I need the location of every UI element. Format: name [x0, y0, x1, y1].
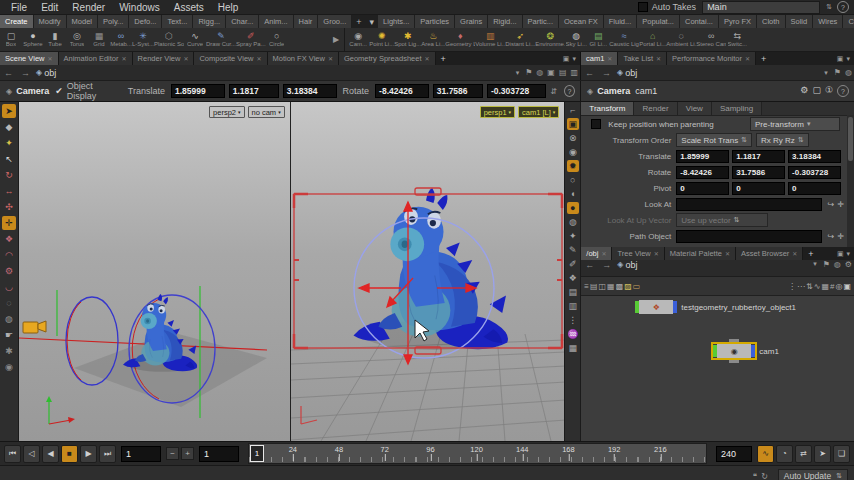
- pane-tab[interactable]: /obj✕: [581, 247, 612, 260]
- new-pane-tab-icon-2[interactable]: +: [756, 52, 771, 65]
- grab-tool[interactable]: ☛: [2, 328, 16, 342]
- ghost-objects-icon[interactable]: ◖: [567, 188, 579, 200]
- ry-field[interactable]: 31.7586: [732, 166, 785, 179]
- rotate-z-field[interactable]: -0.303728: [487, 84, 546, 98]
- viewport-help-icon[interactable]: ?: [564, 85, 575, 97]
- play-button[interactable]: ▶: [80, 445, 97, 463]
- close-tab-icon[interactable]: ✕: [607, 55, 612, 62]
- shelf-tab[interactable]: Rigid...: [488, 15, 522, 28]
- guides-icon[interactable]: ⋮: [567, 314, 579, 326]
- wireframe-icon[interactable]: ◍: [567, 216, 579, 228]
- tool-gi-light[interactable]: ▤GI Li...: [587, 28, 609, 51]
- tz-field[interactable]: 3.18384: [788, 150, 841, 163]
- shelf-tab[interactable]: Hair: [294, 15, 319, 28]
- tool-caustic-light[interactable]: ≈Caustic Lig...: [609, 28, 639, 51]
- pane-tab[interactable]: Performance Monitor✕: [667, 52, 756, 65]
- view-tool[interactable]: ➤: [2, 104, 16, 118]
- tool-portal-light[interactable]: ⌂Portal Li...: [639, 28, 666, 51]
- tool-grid[interactable]: ▦Grid: [88, 28, 110, 51]
- lock-camera-icon[interactable]: ◉: [567, 146, 579, 158]
- param-tab[interactable]: View: [678, 102, 712, 115]
- net-netbox-icon[interactable]: ▭: [633, 282, 641, 291]
- playbar-menu-button[interactable]: ❏: [833, 445, 850, 463]
- pane-tab[interactable]: Motion FX View✕: [268, 52, 339, 65]
- rotate-tool[interactable]: ↻: [2, 168, 16, 182]
- render-flag[interactable]: [673, 301, 677, 313]
- world-space-tool[interactable]: ◍: [2, 312, 16, 326]
- look-at-pick-icon[interactable]: ✛: [837, 200, 844, 209]
- close-tab-icon[interactable]: ✕: [183, 55, 188, 62]
- tool-spray-paint[interactable]: ✐Spray Pa...: [236, 28, 266, 51]
- nav-forward-icon-2[interactable]: →: [598, 68, 615, 78]
- tool-sky-light[interactable]: ◍Sky Li...: [565, 28, 587, 51]
- shelf-tab[interactable]: Text...: [162, 15, 193, 28]
- net-list-icon[interactable]: ≡: [584, 282, 589, 291]
- shelf-tab[interactable]: Lights...: [378, 15, 415, 28]
- frame-decrement-button[interactable]: −: [166, 447, 179, 460]
- node-cam1[interactable]: ◉ cam1: [713, 344, 779, 358]
- pivot-x-field[interactable]: 0: [676, 182, 729, 195]
- tool-tube[interactable]: ▮Tube: [44, 28, 66, 51]
- pin-flag-icon[interactable]: ⚑: [523, 68, 534, 77]
- move-tool[interactable]: ↖: [2, 152, 16, 166]
- net-pane-menu-icon[interactable]: ▾: [847, 250, 851, 258]
- shelf-tab[interactable]: Wires: [813, 15, 843, 28]
- pane-tab[interactable]: Scene View✕: [0, 52, 59, 65]
- stop-button[interactable]: ■: [61, 445, 78, 463]
- shelf-tab[interactable]: Pyro FX: [719, 15, 757, 28]
- go-end-button[interactable]: ⏭: [99, 445, 116, 463]
- param-tab[interactable]: Render: [634, 102, 677, 115]
- rx-field[interactable]: -8.42426: [676, 166, 729, 179]
- ik-tool[interactable]: ⚙: [2, 264, 16, 278]
- pane-tab[interactable]: Take List✕: [618, 52, 667, 65]
- rz-field[interactable]: -0.303728: [788, 166, 841, 179]
- node-label-2[interactable]: cam1: [759, 347, 779, 356]
- pane-tab[interactable]: Render View✕: [133, 52, 195, 65]
- help-icon[interactable]: ?: [837, 1, 849, 13]
- new-pane-tab-icon[interactable]: +: [436, 52, 451, 65]
- loop-mode-button[interactable]: ⇄: [795, 445, 812, 463]
- anim-options-button[interactable]: ∿: [757, 445, 774, 463]
- info-icon[interactable]: ①: [825, 85, 833, 97]
- pivot-z-field[interactable]: 0: [788, 182, 841, 195]
- viewport-name-badge[interactable]: persp2▾: [209, 106, 244, 118]
- shelf-tab[interactable]: Crowds: [843, 15, 854, 28]
- net-hash-icon[interactable]: #: [830, 282, 834, 291]
- tool-draw-curve[interactable]: ✎Draw Cur...: [206, 28, 236, 51]
- param-help-icon[interactable]: ?: [837, 85, 849, 97]
- bones-tool[interactable]: ◠: [2, 248, 16, 262]
- menu-item[interactable]: Edit: [34, 0, 65, 14]
- pane-tab[interactable]: Animation Editor✕: [59, 52, 133, 65]
- net-sticky-note-icon[interactable]: ▨: [624, 282, 632, 291]
- network-canvas[interactable]: ❖ testgeometry_rubbertoy_object1 ◉ cam1: [581, 296, 854, 441]
- pin-flag-icon-2[interactable]: ⚑: [832, 68, 843, 77]
- path-object-field[interactable]: [676, 230, 821, 243]
- node-input-connector[interactable]: [729, 339, 739, 342]
- compare-icon[interactable]: ▢: [812, 85, 821, 97]
- hud-icon[interactable]: ▦: [567, 342, 579, 354]
- select-tool[interactable]: ◆: [2, 120, 16, 134]
- scene-path[interactable]: obj: [44, 68, 56, 78]
- close-tab-icon[interactable]: ✕: [256, 55, 261, 62]
- snapshot-view-icon[interactable]: ▤: [557, 68, 569, 77]
- net-grid-snap-icon[interactable]: ▦: [821, 282, 829, 291]
- net-globe-icon[interactable]: ◍: [832, 260, 843, 276]
- camera-scene[interactable]: [291, 102, 565, 441]
- shelf-tab[interactable]: Rigg...: [193, 15, 226, 28]
- shelf-tab[interactable]: Char...: [226, 15, 259, 28]
- rotate-x-field[interactable]: -8.42426: [375, 84, 429, 98]
- menu-item[interactable]: Help: [211, 0, 246, 14]
- shelf-tab[interactable]: Partic...: [523, 15, 559, 28]
- close-tab-icon[interactable]: ✕: [601, 250, 606, 257]
- tool-sphere[interactable]: ●Sphere: [22, 28, 44, 51]
- net-back-icon[interactable]: ←: [581, 260, 598, 276]
- net-columns-icon[interactable]: ▤: [590, 282, 598, 291]
- crowd-display-icon[interactable]: ❖: [567, 272, 579, 284]
- close-tab-icon[interactable]: ✕: [122, 55, 127, 62]
- close-tab-icon[interactable]: ✕: [745, 55, 750, 62]
- nav-back-icon[interactable]: ←: [0, 68, 17, 78]
- shelf-tab[interactable]: Model: [67, 15, 98, 28]
- menu-item[interactable]: Windows: [112, 0, 167, 14]
- pane-tab[interactable]: Asset Browser✕: [736, 247, 803, 260]
- shelf-tab[interactable]: Defo...: [129, 15, 162, 28]
